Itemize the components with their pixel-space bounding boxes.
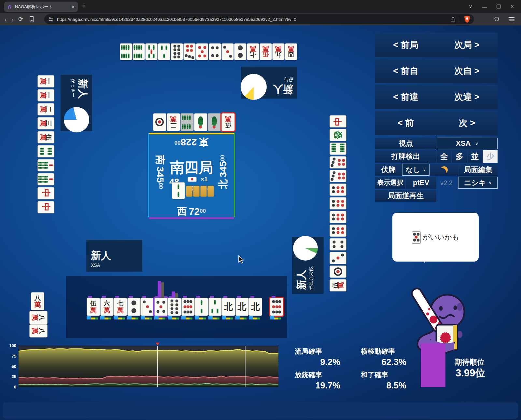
mahjong-tile-N[interactable]: 北: [235, 298, 249, 316]
mahjong-tile-2s: [172, 182, 185, 199]
tab-close-icon[interactable]: ✕: [71, 4, 75, 9]
next-button[interactable]: 次自 >: [436, 59, 498, 83]
menu-icon[interactable]: [509, 17, 514, 21]
mahjong-tile-hatsu: 發: [330, 129, 346, 141]
mahjong-tile-6m[interactable]: 六萬: [100, 298, 114, 316]
mahjong-tile-3s[interactable]: [208, 298, 222, 316]
dahai-option-並[interactable]: 並: [468, 150, 482, 163]
tile-wrapper: 一萬: [37, 89, 55, 102]
tile-underbar-yellow: [159, 318, 162, 319]
tile-wrapper: [329, 238, 347, 251]
mahjong-tile-5m[interactable]: 伍萬: [87, 298, 100, 316]
mahjong-tile-8s: [180, 113, 194, 131]
board-edge-right: [234, 133, 235, 217]
prev-button[interactable]: < 前違: [375, 85, 436, 109]
tile-wrapper: [329, 156, 347, 169]
mahjong-tile-7m[interactable]: 七萬: [114, 298, 127, 316]
maximize-button[interactable]: [497, 5, 500, 8]
mahjong-tile-8s: [120, 43, 132, 60]
close-window-button[interactable]: ×: [510, 3, 514, 10]
tile-underbar-green: [176, 318, 179, 319]
tile-wrapper: 中: [329, 115, 347, 128]
mahjong-tile-5p[interactable]: [154, 298, 168, 316]
mahjong-tile-8p: [171, 43, 183, 60]
mahjong-tile-8p[interactable]: [168, 298, 181, 316]
next-button[interactable]: 次局 >: [436, 33, 498, 57]
viewpoint-select[interactable]: XSA ∨: [437, 138, 498, 149]
tile-underbar-blue: [195, 316, 199, 319]
mahjong-tile-9p[interactable]: [270, 298, 283, 316]
prev-button[interactable]: < 前自: [375, 59, 436, 83]
tile-underbar-yellow: [253, 318, 257, 319]
prev-button[interactable]: < 前: [375, 111, 436, 135]
url-bar[interactable]: https://naga.dmv.nico/htmls/9cd14262d40a…: [44, 14, 474, 24]
mahjong-tile-3p[interactable]: [141, 298, 154, 316]
bookmark-icon[interactable]: [29, 16, 34, 22]
mahjong-tile-7p: [330, 170, 346, 182]
tab-search-icon[interactable]: ∨: [469, 4, 472, 9]
ptev-button[interactable]: ptEV: [406, 177, 436, 189]
new-tab-button[interactable]: +: [82, 3, 86, 10]
round-title: 南四局: [149, 158, 234, 177]
facedown-tile: [193, 186, 200, 197]
mahjong-tile-1p: [330, 265, 346, 278]
tile-underbar-yellow: [226, 318, 230, 319]
version-label: v2.2: [440, 179, 453, 187]
stat-ryukyoku: 流局確率9.2%: [295, 347, 340, 367]
mahjong-tile-9p[interactable]: [181, 298, 195, 316]
tile-top-tick: [102, 296, 106, 298]
extensions-icon[interactable]: [494, 16, 501, 22]
dahai-option-少[interactable]: 少: [483, 150, 498, 163]
share-icon[interactable]: [450, 16, 456, 22]
recommendation-bar: [158, 281, 161, 298]
tile-underbar-green: [257, 318, 260, 319]
dahai-option-全[interactable]: 全: [437, 150, 451, 163]
dahai-option-多[interactable]: 多: [452, 150, 467, 163]
fuse-label: 伏牌: [375, 164, 402, 176]
moon-icon: [440, 165, 449, 174]
display-select-cell[interactable]: 表示選択: [375, 177, 405, 189]
facedown-tile: [207, 186, 214, 197]
next-button[interactable]: 次 >: [436, 111, 498, 135]
chart-marker-icon: [156, 343, 160, 345]
tile-wrapper: 二萬: [37, 103, 55, 115]
tab-title: NAGA解析レポート: [15, 4, 68, 10]
tile-underbar-yellow: [91, 318, 95, 319]
brave-shield-icon[interactable]: [464, 16, 470, 23]
reverse-play-button[interactable]: 局面逆再生: [375, 190, 436, 202]
minimize-button[interactable]: —: [482, 4, 487, 9]
mahjong-tile-1s: [208, 113, 221, 131]
mahjong-tile-2s[interactable]: [195, 298, 208, 316]
tile-underbar-blue: [181, 316, 186, 319]
probability-chart[interactable]: [19, 346, 278, 387]
model-value: ニシキ: [464, 178, 486, 188]
mahjong-tile-N[interactable]: 北: [222, 298, 235, 316]
url-text[interactable]: https://naga.dmv.nico/htmls/9cd14262d40a…: [57, 17, 446, 22]
tile-underbar-green: [95, 318, 98, 319]
ptev-label: ptEV: [406, 177, 436, 189]
model-select[interactable]: ニシキ ∨: [458, 177, 498, 189]
tile-underbar-green: [149, 318, 152, 319]
browser-tab[interactable]: NAGA解析レポート ✕: [4, 2, 78, 12]
night-mode-button[interactable]: [430, 164, 458, 176]
mahjong-tile-N[interactable]: 北: [249, 298, 262, 316]
right-player-pie-chart: [293, 236, 318, 261]
mahjong-tile-6p: [330, 211, 346, 223]
mahjong-tile-2p[interactable]: [127, 298, 141, 316]
mahjong-tile-chun: 中: [330, 115, 346, 128]
next-button[interactable]: 次違 >: [436, 85, 498, 109]
forward-button[interactable]: ›: [11, 16, 14, 23]
red5-pin-minitile: [188, 177, 197, 182]
tile-underbar-green: [108, 318, 111, 319]
prev-button[interactable]: < 前局: [375, 33, 436, 57]
display-select-label: 表示選択: [375, 177, 405, 189]
edit-board-button[interactable]: 局面編集: [459, 164, 498, 176]
site-settings-icon[interactable]: [48, 17, 54, 22]
back-button[interactable]: ‹: [5, 16, 7, 23]
fuse-select[interactable]: なし ∨: [402, 164, 429, 176]
reload-button[interactable]: ⟳: [18, 16, 23, 22]
mahjong-tile-6p: [330, 224, 346, 237]
tile-underbar-green: [203, 318, 206, 319]
chevron-down-icon: ∨: [423, 167, 426, 172]
tile-underbar-yellow: [132, 318, 135, 319]
